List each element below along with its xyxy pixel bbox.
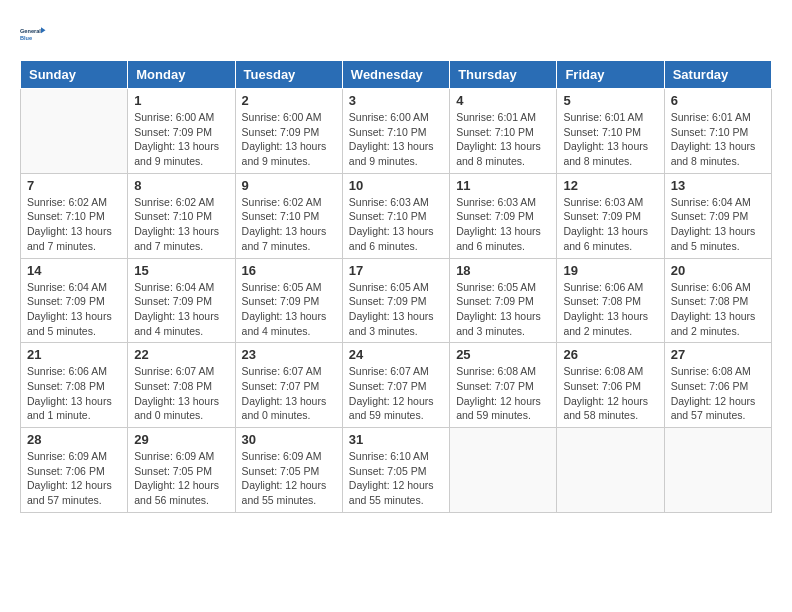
calendar-cell: 25Sunrise: 6:08 AM Sunset: 7:07 PM Dayli… <box>450 343 557 428</box>
day-number: 29 <box>134 432 228 447</box>
calendar-cell: 5Sunrise: 6:01 AM Sunset: 7:10 PM Daylig… <box>557 89 664 174</box>
calendar-cell: 20Sunrise: 6:06 AM Sunset: 7:08 PM Dayli… <box>664 258 771 343</box>
day-number: 1 <box>134 93 228 108</box>
day-number: 23 <box>242 347 336 362</box>
day-number: 4 <box>456 93 550 108</box>
calendar-cell: 17Sunrise: 6:05 AM Sunset: 7:09 PM Dayli… <box>342 258 449 343</box>
day-number: 27 <box>671 347 765 362</box>
day-number: 30 <box>242 432 336 447</box>
day-info: Sunrise: 6:05 AM Sunset: 7:09 PM Dayligh… <box>242 280 336 339</box>
calendar-cell: 13Sunrise: 6:04 AM Sunset: 7:09 PM Dayli… <box>664 173 771 258</box>
calendar-cell <box>21 89 128 174</box>
calendar-cell: 19Sunrise: 6:06 AM Sunset: 7:08 PM Dayli… <box>557 258 664 343</box>
weekday-header-sunday: Sunday <box>21 61 128 89</box>
day-info: Sunrise: 6:06 AM Sunset: 7:08 PM Dayligh… <box>671 280 765 339</box>
day-number: 31 <box>349 432 443 447</box>
day-number: 24 <box>349 347 443 362</box>
weekday-header-wednesday: Wednesday <box>342 61 449 89</box>
calendar-table: SundayMondayTuesdayWednesdayThursdayFrid… <box>20 60 772 513</box>
day-info: Sunrise: 6:09 AM Sunset: 7:05 PM Dayligh… <box>134 449 228 508</box>
day-info: Sunrise: 6:09 AM Sunset: 7:06 PM Dayligh… <box>27 449 121 508</box>
calendar-cell: 27Sunrise: 6:08 AM Sunset: 7:06 PM Dayli… <box>664 343 771 428</box>
calendar-cell: 15Sunrise: 6:04 AM Sunset: 7:09 PM Dayli… <box>128 258 235 343</box>
calendar-cell <box>664 428 771 513</box>
calendar-week-row: 21Sunrise: 6:06 AM Sunset: 7:08 PM Dayli… <box>21 343 772 428</box>
day-info: Sunrise: 6:00 AM Sunset: 7:10 PM Dayligh… <box>349 110 443 169</box>
day-number: 10 <box>349 178 443 193</box>
day-info: Sunrise: 6:07 AM Sunset: 7:07 PM Dayligh… <box>242 364 336 423</box>
day-info: Sunrise: 6:00 AM Sunset: 7:09 PM Dayligh… <box>134 110 228 169</box>
day-info: Sunrise: 6:02 AM Sunset: 7:10 PM Dayligh… <box>242 195 336 254</box>
day-number: 8 <box>134 178 228 193</box>
day-number: 9 <box>242 178 336 193</box>
day-number: 12 <box>563 178 657 193</box>
calendar-cell: 8Sunrise: 6:02 AM Sunset: 7:10 PM Daylig… <box>128 173 235 258</box>
day-info: Sunrise: 6:03 AM Sunset: 7:10 PM Dayligh… <box>349 195 443 254</box>
logo: GeneralBlue <box>20 20 50 50</box>
day-info: Sunrise: 6:01 AM Sunset: 7:10 PM Dayligh… <box>456 110 550 169</box>
logo-icon: GeneralBlue <box>20 20 50 50</box>
calendar-week-row: 28Sunrise: 6:09 AM Sunset: 7:06 PM Dayli… <box>21 428 772 513</box>
day-info: Sunrise: 6:05 AM Sunset: 7:09 PM Dayligh… <box>456 280 550 339</box>
day-number: 28 <box>27 432 121 447</box>
calendar-cell: 30Sunrise: 6:09 AM Sunset: 7:05 PM Dayli… <box>235 428 342 513</box>
day-info: Sunrise: 6:08 AM Sunset: 7:06 PM Dayligh… <box>563 364 657 423</box>
day-number: 14 <box>27 263 121 278</box>
calendar-cell: 9Sunrise: 6:02 AM Sunset: 7:10 PM Daylig… <box>235 173 342 258</box>
calendar-cell: 10Sunrise: 6:03 AM Sunset: 7:10 PM Dayli… <box>342 173 449 258</box>
calendar-cell: 16Sunrise: 6:05 AM Sunset: 7:09 PM Dayli… <box>235 258 342 343</box>
day-number: 25 <box>456 347 550 362</box>
calendar-cell: 24Sunrise: 6:07 AM Sunset: 7:07 PM Dayli… <box>342 343 449 428</box>
day-number: 19 <box>563 263 657 278</box>
day-info: Sunrise: 6:03 AM Sunset: 7:09 PM Dayligh… <box>456 195 550 254</box>
day-info: Sunrise: 6:00 AM Sunset: 7:09 PM Dayligh… <box>242 110 336 169</box>
calendar-cell: 28Sunrise: 6:09 AM Sunset: 7:06 PM Dayli… <box>21 428 128 513</box>
day-info: Sunrise: 6:02 AM Sunset: 7:10 PM Dayligh… <box>27 195 121 254</box>
day-number: 11 <box>456 178 550 193</box>
day-info: Sunrise: 6:03 AM Sunset: 7:09 PM Dayligh… <box>563 195 657 254</box>
day-number: 17 <box>349 263 443 278</box>
day-number: 16 <box>242 263 336 278</box>
calendar-week-row: 1Sunrise: 6:00 AM Sunset: 7:09 PM Daylig… <box>21 89 772 174</box>
day-info: Sunrise: 6:04 AM Sunset: 7:09 PM Dayligh… <box>134 280 228 339</box>
calendar-cell: 7Sunrise: 6:02 AM Sunset: 7:10 PM Daylig… <box>21 173 128 258</box>
calendar-header-row: SundayMondayTuesdayWednesdayThursdayFrid… <box>21 61 772 89</box>
day-info: Sunrise: 6:04 AM Sunset: 7:09 PM Dayligh… <box>671 195 765 254</box>
day-info: Sunrise: 6:04 AM Sunset: 7:09 PM Dayligh… <box>27 280 121 339</box>
calendar-cell: 2Sunrise: 6:00 AM Sunset: 7:09 PM Daylig… <box>235 89 342 174</box>
day-info: Sunrise: 6:01 AM Sunset: 7:10 PM Dayligh… <box>671 110 765 169</box>
calendar-cell: 11Sunrise: 6:03 AM Sunset: 7:09 PM Dayli… <box>450 173 557 258</box>
calendar-week-row: 7Sunrise: 6:02 AM Sunset: 7:10 PM Daylig… <box>21 173 772 258</box>
calendar-cell: 14Sunrise: 6:04 AM Sunset: 7:09 PM Dayli… <box>21 258 128 343</box>
day-info: Sunrise: 6:06 AM Sunset: 7:08 PM Dayligh… <box>27 364 121 423</box>
calendar-cell: 1Sunrise: 6:00 AM Sunset: 7:09 PM Daylig… <box>128 89 235 174</box>
calendar-cell: 31Sunrise: 6:10 AM Sunset: 7:05 PM Dayli… <box>342 428 449 513</box>
day-info: Sunrise: 6:06 AM Sunset: 7:08 PM Dayligh… <box>563 280 657 339</box>
page-header: GeneralBlue <box>20 20 772 50</box>
calendar-cell: 22Sunrise: 6:07 AM Sunset: 7:08 PM Dayli… <box>128 343 235 428</box>
calendar-cell <box>557 428 664 513</box>
day-number: 21 <box>27 347 121 362</box>
calendar-cell: 21Sunrise: 6:06 AM Sunset: 7:08 PM Dayli… <box>21 343 128 428</box>
calendar-cell: 18Sunrise: 6:05 AM Sunset: 7:09 PM Dayli… <box>450 258 557 343</box>
day-info: Sunrise: 6:02 AM Sunset: 7:10 PM Dayligh… <box>134 195 228 254</box>
svg-marker-2 <box>41 27 46 33</box>
calendar-cell: 29Sunrise: 6:09 AM Sunset: 7:05 PM Dayli… <box>128 428 235 513</box>
weekday-header-thursday: Thursday <box>450 61 557 89</box>
calendar-cell: 23Sunrise: 6:07 AM Sunset: 7:07 PM Dayli… <box>235 343 342 428</box>
day-info: Sunrise: 6:07 AM Sunset: 7:08 PM Dayligh… <box>134 364 228 423</box>
day-info: Sunrise: 6:07 AM Sunset: 7:07 PM Dayligh… <box>349 364 443 423</box>
calendar-cell <box>450 428 557 513</box>
day-number: 18 <box>456 263 550 278</box>
day-number: 3 <box>349 93 443 108</box>
weekday-header-tuesday: Tuesday <box>235 61 342 89</box>
day-number: 5 <box>563 93 657 108</box>
day-number: 13 <box>671 178 765 193</box>
calendar-cell: 26Sunrise: 6:08 AM Sunset: 7:06 PM Dayli… <box>557 343 664 428</box>
day-info: Sunrise: 6:09 AM Sunset: 7:05 PM Dayligh… <box>242 449 336 508</box>
calendar-week-row: 14Sunrise: 6:04 AM Sunset: 7:09 PM Dayli… <box>21 258 772 343</box>
calendar-cell: 6Sunrise: 6:01 AM Sunset: 7:10 PM Daylig… <box>664 89 771 174</box>
day-number: 2 <box>242 93 336 108</box>
calendar-cell: 4Sunrise: 6:01 AM Sunset: 7:10 PM Daylig… <box>450 89 557 174</box>
calendar-cell: 12Sunrise: 6:03 AM Sunset: 7:09 PM Dayli… <box>557 173 664 258</box>
